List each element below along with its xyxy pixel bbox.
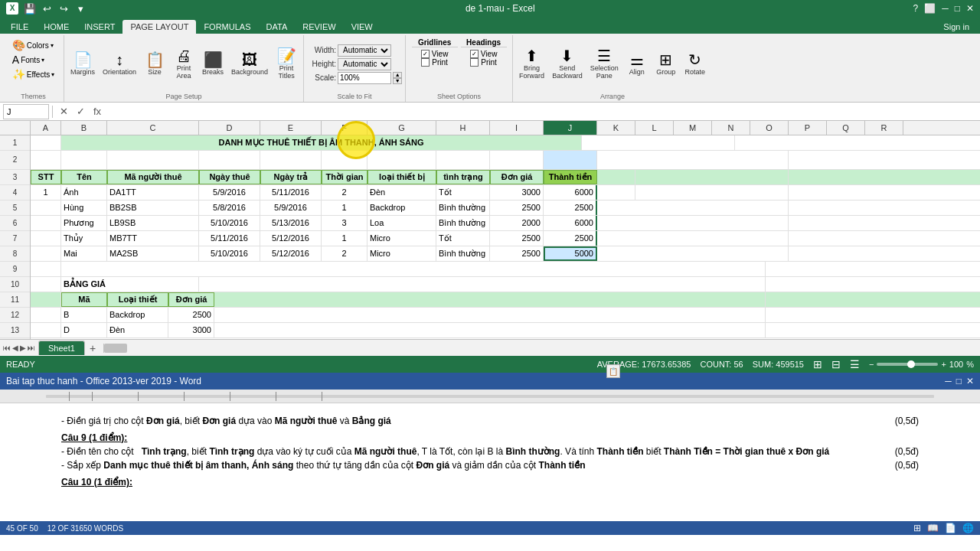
customize-qa-button[interactable]: ▾ [74,2,87,15]
scale-down-button[interactable]: ▼ [393,78,402,84]
row-num-13[interactable]: 13 [0,323,30,338]
cell-c8[interactable]: MA2SB [107,246,199,261]
cell-j2[interactable] [544,151,597,169]
cell-a10[interactable] [31,277,61,292]
cell-rest4[interactable] [635,185,789,200]
cell-e8[interactable]: 5/12/2016 [260,246,322,261]
row-num-9[interactable]: 9 [0,262,30,277]
scale-up-button[interactable]: ▲ [393,72,402,78]
col-header-n[interactable]: N [712,121,750,135]
cell-i8[interactable]: 2500 [490,246,544,261]
cell-j4[interactable]: 6000 [544,185,597,200]
sheet-first-button[interactable]: ⏮ [3,344,11,352]
print-titles-button[interactable]: 📝 PrintTitles [273,47,300,82]
cell-rest11[interactable] [214,292,766,307]
cell-j7[interactable]: 2500 [544,231,597,246]
orientation-button[interactable]: ↕ Orientation [100,51,139,78]
cell-c3[interactable]: Mã người thuê [107,170,199,184]
col-header-r[interactable]: R [865,121,903,135]
col-header-q[interactable]: Q [827,121,865,135]
cell-rest7[interactable] [597,231,789,246]
col-header-b[interactable]: B [61,121,107,135]
cell-a4[interactable]: 1 [31,185,61,200]
print-area-button[interactable]: 🖨 PrintArea [170,47,198,82]
send-backward-button[interactable]: ⬇ SendBackward [549,47,586,82]
cell-d2[interactable] [199,151,260,169]
add-sheet-button[interactable]: + [85,341,100,356]
word-maximize-button[interactable]: □ [956,376,962,386]
cell-d8[interactable]: 5/10/2016 [199,246,260,261]
cell-rest8[interactable] [597,246,789,261]
cell-d4[interactable]: 5/9/2016 [199,185,260,200]
cell-e2[interactable] [260,151,322,169]
effects-button[interactable]: ✨ Effects ▾ [9,67,57,81]
tab-review[interactable]: REVIEW [295,20,343,34]
cell-j5[interactable]: 2500 [544,201,597,215]
sheet-next-button[interactable]: ▶ [20,344,26,352]
cell-a6[interactable] [31,216,61,230]
cell-g2[interactable] [368,151,436,169]
tab-home[interactable]: HOME [36,20,77,34]
cell-h7[interactable]: Tốt [436,231,490,246]
name-box[interactable] [3,104,49,119]
margins-button[interactable]: 📄 Margins [67,51,98,78]
cell-d11[interactable]: Đơn giá [168,292,214,307]
cell-h4[interactable]: Tốt [436,185,490,200]
paste-options-button[interactable]: 📋 [606,364,620,378]
cell-i4[interactable]: 3000 [490,185,544,200]
cell-e7[interactable]: 5/12/2016 [260,231,322,246]
scale-input[interactable] [338,72,391,84]
row-num-5[interactable]: 5 [0,201,30,216]
tab-view[interactable]: VIEW [344,20,381,34]
zoom-in-button[interactable]: + [941,360,946,369]
confirm-formula-button[interactable]: ✓ [73,104,88,119]
word-web-view-button[interactable]: 🌐 [962,523,974,533]
cell-h2[interactable] [436,151,490,169]
word-print-view-button[interactable]: 📄 [945,523,956,533]
cell-f4[interactable]: 2 [322,185,368,200]
col-header-p[interactable]: P [789,121,827,135]
cell-g5[interactable]: Backdrop [368,201,436,215]
page-break-view-button[interactable]: ☰ [850,358,860,370]
cell-i6[interactable]: 2000 [490,216,544,230]
cell-i5[interactable]: 2500 [490,201,544,215]
sign-in-link[interactable]: Sign in [936,20,977,34]
close-button[interactable]: ✕ [966,3,974,14]
horizontal-scrollbar[interactable] [103,344,980,353]
word-close-button[interactable]: ✕ [966,376,974,386]
cell-a1[interactable] [31,135,61,150]
colors-button[interactable]: 🎨 Colors ▾ [9,38,57,52]
minimize-button[interactable]: ─ [942,3,949,14]
cell-rest13[interactable] [214,323,766,337]
cell-b13[interactable]: D [61,323,107,337]
zoom-out-button[interactable]: − [869,360,874,369]
sheet-last-button[interactable]: ⏭ [28,344,35,352]
cell-d12[interactable]: 2500 [168,308,214,322]
cell-d6[interactable]: 5/10/2016 [199,216,260,230]
gridlines-view-checkbox[interactable]: ✓ [421,50,430,58]
col-header-m[interactable]: M [674,121,712,135]
cell-h8[interactable]: Bình thường [436,246,490,261]
cell-g7[interactable]: Micro [368,231,436,246]
cell-a5[interactable] [31,201,61,215]
row-num-1[interactable]: 1 [0,135,30,151]
align-button[interactable]: ⚌ Align [623,51,651,78]
col-header-l[interactable]: L [635,121,674,135]
rotate-button[interactable]: ↻ Rotate [681,51,709,78]
cell-d5[interactable]: 5/8/2016 [199,201,260,215]
cell-rest5[interactable] [597,201,789,215]
col-header-a[interactable]: A [31,121,61,135]
cell-a3[interactable]: STT [31,170,61,184]
row-num-10[interactable]: 10 [0,277,30,292]
cell-g4[interactable]: Đèn [368,185,436,200]
width-select[interactable]: Automatic 1 page 2 pages [338,44,391,57]
redo-button[interactable]: ↪ [57,2,70,15]
cell-i3[interactable]: Đơn giá [490,170,544,184]
cell-b10[interactable]: BẢNG GIÁ [61,277,199,292]
cell-e4[interactable]: 5/11/2016 [260,185,322,200]
formula-input[interactable]: STT [108,104,977,119]
cancel-formula-button[interactable]: ✕ [56,104,71,119]
cell-a8[interactable] [31,246,61,261]
cell-f8[interactable]: 2 [322,246,368,261]
row-num-14[interactable]: 14 [0,338,30,339]
